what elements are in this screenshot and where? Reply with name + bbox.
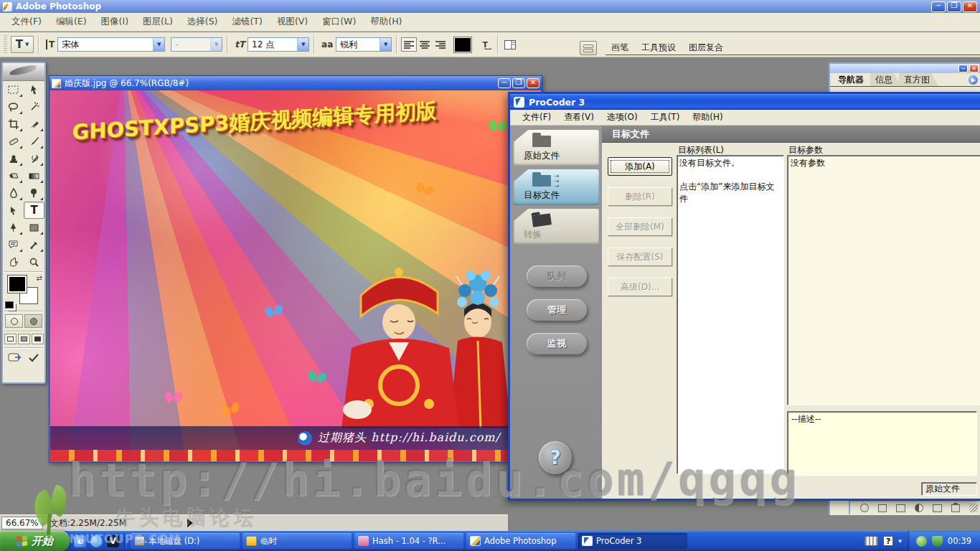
notes-tool[interactable] bbox=[3, 236, 24, 253]
layer-mask-icon[interactable] bbox=[878, 504, 887, 512]
crop-tool[interactable] bbox=[3, 116, 24, 133]
text-orientation-icon[interactable]: T bbox=[46, 39, 55, 50]
marquee-tool[interactable] bbox=[3, 81, 24, 98]
toolbox-header-feather[interactable] bbox=[3, 63, 44, 81]
task-procoder[interactable]: ProCoder 3 bbox=[578, 533, 687, 549]
menu-window[interactable]: 窗口(W) bbox=[315, 16, 363, 28]
save-config-button[interactable]: 保存配置(S) bbox=[608, 248, 672, 266]
language-options-icon[interactable]: ▾ bbox=[898, 537, 902, 545]
tab-info[interactable]: 信息 bbox=[870, 73, 901, 86]
font-size-select[interactable]: 12 点▼ bbox=[248, 37, 309, 52]
standard-screen-button[interactable] bbox=[4, 334, 17, 344]
keyboard-icon[interactable] bbox=[864, 536, 878, 546]
palette-well-icon[interactable] bbox=[580, 41, 597, 55]
procoder-titlebar[interactable]: ProCoder 3 bbox=[510, 94, 980, 110]
menu-filter[interactable]: 滤镜(T) bbox=[225, 16, 269, 28]
gradient-tool[interactable] bbox=[24, 167, 44, 184]
doc-close-button[interactable]: ✕ bbox=[527, 78, 540, 88]
edit-check-icon[interactable] bbox=[28, 352, 39, 366]
quicklaunch-media-icon[interactable]: V bbox=[107, 535, 119, 547]
tray-icon-2[interactable] bbox=[932, 536, 943, 547]
add-button[interactable]: 添加(A) bbox=[608, 157, 672, 176]
blur-tool[interactable] bbox=[3, 184, 24, 202]
default-colors-icon[interactable] bbox=[5, 301, 14, 309]
fullscreen-menubar-button[interactable] bbox=[18, 334, 30, 344]
magic-wand-tool[interactable] bbox=[24, 98, 44, 116]
palette-close-button[interactable]: ✕ bbox=[969, 65, 979, 72]
healing-brush-tool[interactable] bbox=[3, 133, 24, 150]
shape-tool[interactable] bbox=[24, 219, 44, 236]
menu-image[interactable]: 图像(I) bbox=[94, 16, 136, 28]
task-temp-folder[interactable]: 临时 bbox=[242, 533, 352, 549]
pc-menu-help[interactable]: 帮助(H) bbox=[686, 111, 729, 123]
start-button[interactable]: 开始 bbox=[0, 531, 70, 551]
quicklaunch-messenger-icon[interactable] bbox=[90, 535, 103, 547]
swap-colors-icon[interactable]: ⇄ bbox=[37, 274, 42, 282]
zoom-tool[interactable] bbox=[24, 253, 44, 270]
tab-tool-presets[interactable]: 工具预设 bbox=[636, 40, 686, 55]
description-box[interactable]: --描述-- bbox=[787, 411, 977, 476]
eraser-tool[interactable] bbox=[3, 167, 24, 184]
sidebar-tab-convert[interactable]: ∙∙∙∙ 转换 bbox=[514, 209, 599, 245]
fullscreen-button[interactable] bbox=[32, 334, 44, 344]
palette-minimize-button[interactable]: ─ bbox=[958, 65, 968, 72]
menu-file[interactable]: 文件(F) bbox=[4, 16, 49, 28]
task-local-disk[interactable]: 本地磁盘 (D:) bbox=[131, 533, 240, 549]
tab-navigator[interactable]: 导航器 bbox=[833, 73, 872, 86]
target-list-box[interactable]: 没有目标文件。 点击“添加”来添加目标文件 bbox=[677, 155, 784, 474]
menu-select[interactable]: 选择(S) bbox=[180, 16, 225, 28]
font-style-select[interactable]: -▼ bbox=[171, 37, 222, 52]
zoom-level-field[interactable]: 66.67% bbox=[1, 517, 43, 529]
align-right-button[interactable] bbox=[433, 37, 448, 52]
path-selection-tool[interactable] bbox=[3, 202, 24, 219]
target-param-box[interactable]: 没有参数 bbox=[787, 155, 980, 405]
task-hash[interactable]: Hash - 1.04 - ?R... bbox=[354, 533, 463, 549]
close-button[interactable]: ✕ bbox=[963, 1, 977, 12]
lasso-tool[interactable] bbox=[3, 98, 24, 116]
minimize-button[interactable]: ─ bbox=[931, 1, 946, 12]
advanced-button[interactable]: 高级(D)... bbox=[608, 278, 672, 296]
layer-group-icon[interactable] bbox=[896, 504, 905, 512]
tab-layer-comps[interactable]: 图层复合 bbox=[683, 40, 733, 55]
hand-tool[interactable] bbox=[3, 253, 24, 270]
menu-edit[interactable]: 编辑(E) bbox=[49, 16, 94, 28]
layer-style-icon[interactable] bbox=[860, 504, 869, 512]
resize-grip-icon[interactable] bbox=[969, 504, 978, 512]
help-button[interactable]: ? bbox=[539, 441, 572, 474]
font-family-select[interactable]: 宋体▼ bbox=[57, 37, 165, 52]
queue-button[interactable]: 队列 bbox=[527, 265, 587, 287]
menu-view[interactable]: 视图(V) bbox=[270, 16, 315, 28]
task-photoshop[interactable]: Adobe Photoshop bbox=[466, 533, 575, 549]
slice-tool[interactable] bbox=[24, 116, 44, 133]
menu-layer[interactable]: 图层(L) bbox=[136, 16, 180, 28]
type-tool[interactable]: T bbox=[24, 202, 44, 219]
canvas-image[interactable]: GHOSTXPSP3婚庆视频编辑专用初版 bbox=[50, 90, 541, 461]
foreground-color-swatch[interactable] bbox=[8, 276, 27, 293]
clone-stamp-tool[interactable] bbox=[3, 150, 24, 167]
adjustment-layer-icon[interactable] bbox=[915, 504, 923, 512]
monitor-button[interactable]: 监视 bbox=[527, 333, 587, 354]
language-help-icon[interactable]: ? bbox=[883, 536, 893, 546]
dodge-tool[interactable] bbox=[24, 184, 44, 202]
warp-text-icon[interactable]: T͜ bbox=[477, 38, 493, 51]
text-color-swatch[interactable] bbox=[454, 37, 471, 52]
tab-brushes[interactable]: 画笔 bbox=[606, 40, 639, 55]
delete-all-button[interactable]: 全部删除(M) bbox=[608, 217, 672, 236]
delete-layer-icon[interactable] bbox=[951, 504, 961, 512]
jump-to-imageready-icon[interactable] bbox=[8, 352, 24, 366]
doc-restore-button[interactable]: ❐ bbox=[512, 78, 525, 88]
manage-button[interactable]: 管理 bbox=[527, 299, 587, 321]
palette-titlebar[interactable]: ─ ✕ bbox=[830, 64, 980, 73]
status-arrow-icon[interactable] bbox=[187, 519, 193, 527]
current-tool-button[interactable]: T▼ bbox=[11, 36, 34, 53]
tray-icon-1[interactable] bbox=[916, 536, 927, 547]
menu-help[interactable]: 帮助(H) bbox=[363, 16, 409, 28]
align-center-button[interactable] bbox=[417, 37, 433, 52]
anti-alias-select[interactable]: 锐利▼ bbox=[336, 37, 392, 52]
sidebar-tab-target[interactable]: ⇢⇢⇢ 目标文件 bbox=[514, 169, 599, 205]
pc-menu-file[interactable]: 文件(F) bbox=[516, 111, 557, 123]
options-drag-handle[interactable] bbox=[4, 35, 7, 54]
tab-histogram[interactable]: 直方图 bbox=[899, 73, 938, 86]
photoshop-titlebar[interactable]: Adobe Photoshop ─ ❐ ✕ bbox=[0, 0, 980, 13]
move-tool[interactable] bbox=[24, 81, 44, 98]
